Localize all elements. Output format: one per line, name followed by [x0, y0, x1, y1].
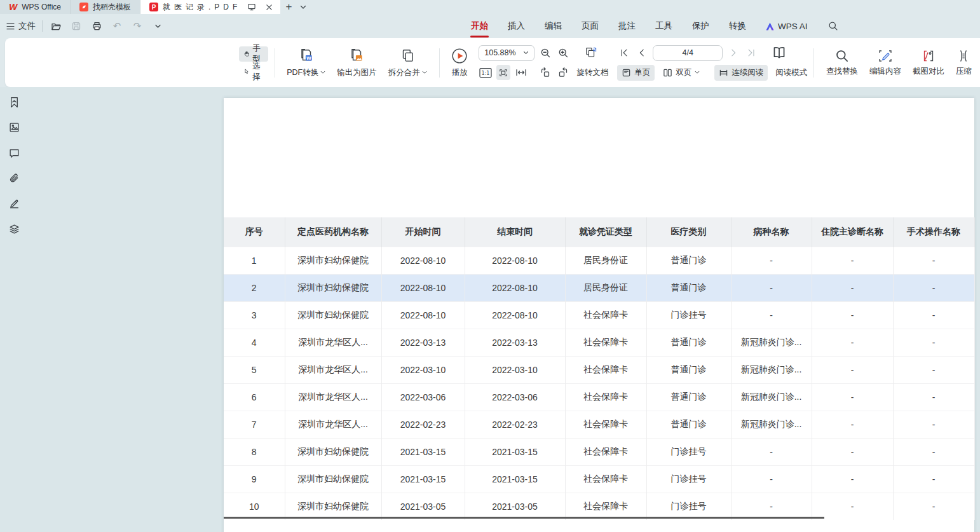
table-cell: - [812, 247, 893, 274]
zoom-in-icon[interactable] [556, 45, 570, 60]
table-cell: - [731, 493, 812, 520]
tab-document-pdf[interactable]: P 就医记录.PDF [140, 0, 280, 14]
table-cell: 门诊挂号 [646, 438, 731, 465]
table-cell: 新冠肺炎门诊... [731, 411, 812, 438]
table-row[interactable]: 6深圳市龙华区人...2022-03-062022-03-06社会保障卡普通门诊… [224, 383, 974, 411]
next-page-icon[interactable] [726, 45, 740, 60]
table-cell: 社会保障卡 [565, 301, 646, 329]
tab-wps-office[interactable]: W WPS Office [0, 0, 71, 14]
bookmark-icon[interactable] [6, 96, 22, 108]
undo-icon[interactable]: ↶ [110, 19, 124, 33]
menu-home[interactable]: 开始 [470, 18, 489, 34]
fit-page-icon[interactable] [496, 65, 510, 80]
zoom-out-icon[interactable] [538, 45, 552, 60]
menu-convert[interactable]: 转换 [728, 18, 747, 34]
thumbnail-icon[interactable] [6, 121, 22, 133]
table-cell: 2022-08-10 [465, 247, 565, 274]
comment-icon[interactable] [6, 147, 22, 159]
select-tool-button[interactable]: 选择 [239, 64, 268, 79]
table-cell: 2021-03-05 [465, 493, 565, 520]
wps-ai-button[interactable]: WPS AI [765, 22, 808, 31]
table-row[interactable]: 3深圳市妇幼保健院2022-08-102022-08-10社会保障卡门诊挂号--… [224, 301, 974, 329]
table-row[interactable]: 1深圳市妇幼保健院2022-08-102022-08-10居民身份证普通门诊--… [224, 247, 974, 274]
pdf-file-icon: P [149, 3, 158, 11]
signature-icon[interactable] [6, 198, 22, 210]
fit-width-icon[interactable] [514, 65, 528, 80]
read-mode-label[interactable]: 阅读模式 [775, 67, 807, 78]
continuous-read-button[interactable]: 连续阅读 [714, 65, 768, 81]
new-tab-button[interactable]: + [280, 0, 297, 14]
find-replace-button[interactable]: 查找替换 [820, 43, 864, 83]
read-mode-icon[interactable] [772, 45, 786, 60]
pdf-convert-button[interactable]: W PDF转换 [281, 43, 331, 83]
present-monitor-icon[interactable] [245, 3, 258, 11]
table-row[interactable]: 2深圳市妇幼保健院2022-08-102022-08-10居民身份证普通门诊--… [224, 274, 974, 301]
page-number-input[interactable]: 4/4 [653, 45, 723, 61]
save-icon[interactable] [69, 19, 83, 33]
menu-tools[interactable]: 工具 [655, 18, 673, 34]
menu-protect[interactable]: 保护 [691, 18, 710, 34]
zoom-level-select[interactable]: 105.88% [479, 45, 534, 61]
table-cell: - [893, 493, 974, 520]
svg-text:W: W [306, 55, 311, 60]
table-cell: 2022-03-10 [465, 356, 565, 383]
open-file-icon[interactable] [49, 19, 63, 33]
double-page-button[interactable]: 双页 [658, 65, 704, 81]
table-cell: 2021-03-15 [465, 438, 565, 465]
first-page-icon[interactable] [617, 45, 631, 60]
layers-icon[interactable] [6, 223, 22, 235]
table-cell: 8 [224, 438, 285, 465]
menu-comment[interactable]: 批注 [618, 18, 636, 34]
compress-button[interactable]: 压缩 [950, 43, 977, 83]
table-row[interactable]: 4深圳市龙华区人...2022-03-132022-03-13社会保障卡普通门诊… [224, 329, 974, 356]
rotate-left-icon[interactable] [538, 65, 552, 80]
split-merge-button[interactable]: 拆分合并 [383, 43, 433, 83]
table-cell: - [812, 329, 893, 356]
page-indicator: 4/4 [683, 48, 693, 57]
tab-label: WPS Office [22, 3, 61, 11]
redo-icon[interactable]: ↷ [130, 19, 144, 33]
edit-content-button[interactable]: 编辑内容 [864, 43, 907, 83]
table-cell: 6 [224, 383, 285, 411]
table-cell: 普通门诊 [646, 329, 731, 356]
table-cell: 社会保障卡 [565, 438, 646, 465]
table-cell: - [812, 301, 893, 329]
rotate-doc-label[interactable]: 旋转文档 [576, 67, 608, 78]
table-row[interactable]: 8深圳市妇幼保健院2021-03-152021-03-15社会保障卡门诊挂号--… [224, 438, 974, 465]
close-tab-icon[interactable] [262, 4, 275, 11]
quickbar-chevron-icon[interactable] [151, 19, 165, 33]
screenshot-compare-button[interactable]: 截图对比 [907, 43, 950, 83]
table-cell: - [893, 438, 974, 465]
table-cell: 2022-08-10 [465, 301, 565, 329]
tab-docer-templates[interactable]: 找稻壳模板 [71, 0, 140, 14]
last-page-icon[interactable] [744, 45, 758, 60]
previous-page-icon[interactable] [635, 45, 649, 60]
table-row[interactable]: 7深圳市龙华区人...2022-02-232022-02-23社会保障卡普通门诊… [224, 411, 974, 438]
menu-page[interactable]: 页面 [581, 18, 599, 34]
table-cell: 居民身份证 [565, 247, 646, 274]
file-menu-button[interactable]: 文件 [6, 20, 36, 32]
single-page-button[interactable]: 单页 [617, 65, 655, 81]
table-cell: 居民身份证 [565, 274, 646, 301]
table-row[interactable]: 9深圳市妇幼保健院2021-03-152021-03-15社会保障卡门诊挂号--… [224, 465, 974, 493]
edit-content-icon [878, 49, 893, 63]
export-image-button[interactable]: 输出为图片 [331, 43, 383, 83]
rotate-right-icon[interactable] [556, 65, 570, 80]
table-cell: 深圳市妇幼保健院 [285, 438, 381, 465]
play-button[interactable]: 播放 [446, 43, 473, 83]
menu-insert[interactable]: 插入 [507, 18, 526, 34]
file-menu-label: 文件 [18, 20, 36, 32]
left-panel-rail [0, 96, 28, 235]
menu-edit[interactable]: 编辑 [544, 18, 562, 34]
tab-list-chevron-icon[interactable] [297, 0, 310, 14]
table-row[interactable]: 10深圳市妇幼保健院2021-03-052021-03-05社会保障卡门诊挂号-… [224, 493, 974, 520]
divider [42, 20, 43, 32]
search-icon[interactable] [826, 19, 840, 33]
actual-size-icon[interactable]: 1:1 [479, 65, 493, 80]
pdf-page[interactable]: 序号定点医药机构名称开始时间结束时间就诊凭证类型医疗类别病种名称住院主诊断名称手… [224, 98, 974, 532]
table-row[interactable]: 5深圳市龙华区人...2022-03-102022-03-10社会保障卡普通门诊… [224, 356, 974, 383]
print-icon[interactable] [90, 19, 104, 33]
rotate-pages-icon[interactable] [584, 45, 598, 60]
attachment-icon[interactable] [6, 172, 22, 184]
hand-tool-button[interactable]: 手型 [239, 46, 268, 62]
